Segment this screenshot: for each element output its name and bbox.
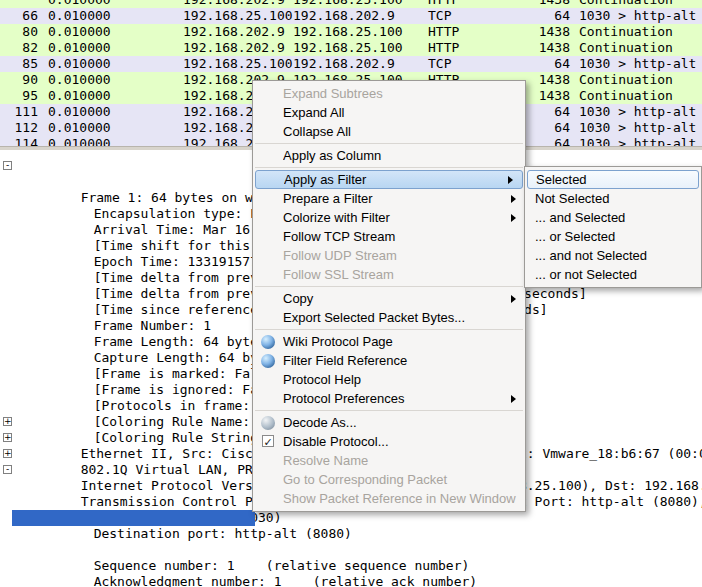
context-menu-item: Go to Corresponding Packet: [253, 470, 525, 489]
submenu-arrow-icon: [511, 214, 516, 222]
packet-time: 0.010000: [48, 0, 111, 8]
menu-item-label: Show Packet Reference in New Window: [283, 489, 519, 508]
context-menu-item: Follow UDP Stream: [253, 246, 525, 265]
menu-icon-slot: [259, 148, 283, 164]
packet-time: 0.010000: [48, 88, 111, 104]
tree-expander-icon[interactable]: -: [3, 161, 12, 170]
context-menu-item[interactable]: Decode As...: [253, 413, 525, 432]
menu-icon-slot: [259, 391, 283, 407]
menu-icon-slot: [259, 124, 283, 140]
menu-icon-slot: [259, 291, 283, 307]
packet-no: 112: [0, 120, 38, 136]
submenu-item[interactable]: ... or Selected: [525, 227, 701, 246]
context-menu-item[interactable]: Apply as Column: [253, 146, 525, 165]
checkbox-checked-icon: [259, 434, 283, 450]
packet-time: 0.010000: [48, 120, 111, 136]
submenu-arrow-icon: [511, 295, 516, 303]
menu-item-label: Protocol Help: [283, 370, 519, 389]
packet-length: 1438: [490, 40, 570, 56]
menu-item-label: Filter Field Reference: [283, 351, 519, 370]
menu-icon-slot: [260, 172, 284, 188]
menu-icon-slot: [259, 310, 283, 326]
packet-length: 1438: [490, 0, 570, 8]
menu-icon-slot: [259, 229, 283, 245]
packet-time: 0.010000: [48, 136, 111, 146]
menu-item-label: Go to Corresponding Packet: [283, 470, 519, 489]
packet-source: 192.168.25.100: [183, 8, 293, 24]
menu-item-label: Copy: [283, 289, 519, 308]
packet-row[interactable]: 0.010000 192.168.202.9 192.168.25.100 HT…: [0, 0, 702, 8]
packet-row[interactable]: 66 0.010000 192.168.25.100 192.168.202.9…: [0, 8, 702, 24]
packet-time: 0.010000: [48, 56, 111, 72]
detail-line[interactable]: Acknowledgment number: 1 (relative ack n…: [0, 542, 702, 558]
menu-item-label: Follow UDP Stream: [283, 246, 519, 265]
packet-info: Continuation: [579, 0, 702, 8]
submenu-item[interactable]: ... and not Selected: [525, 246, 701, 265]
tree-expander-icon[interactable]: +: [3, 433, 12, 442]
packet-row[interactable]: 85 0.010000 192.168.25.100 192.168.202.9…: [0, 56, 702, 72]
detail-line[interactable]: Sequence number: 1 (relative sequence nu…: [0, 526, 702, 542]
context-menu-item[interactable]: Copy: [253, 289, 525, 308]
detail-line[interactable]: [Stream index: 0]: [0, 510, 702, 526]
menu-icon-slot: [259, 491, 283, 507]
context-menu-item[interactable]: Colorize with Filter: [253, 208, 525, 227]
packet-info: Continuation: [579, 40, 702, 56]
packet-no: 66: [0, 8, 38, 24]
tree-expander-icon[interactable]: -: [3, 465, 12, 474]
packet-info: Continuation: [579, 24, 702, 40]
packet-time: 0.010000: [48, 72, 111, 88]
context-menu-item[interactable]: Collapse All: [253, 122, 525, 141]
tree-expander-icon[interactable]: +: [3, 449, 12, 458]
context-menu-item[interactable]: Export Selected Packet Bytes...: [253, 308, 525, 327]
submenu-arrow-icon: [511, 195, 516, 203]
packet-row[interactable]: 80 0.010000 192.168.202.9 192.168.25.100…: [0, 24, 702, 40]
packet-protocol: HTTP: [428, 0, 459, 8]
packet-time: 0.010000: [48, 104, 111, 120]
packet-protocol: TCP: [428, 56, 451, 72]
submenu-item[interactable]: Selected: [527, 170, 699, 189]
menu-icon-slot: [259, 472, 283, 488]
context-menu-item: Expand Subtrees: [253, 84, 525, 103]
tree-expander-icon[interactable]: +: [3, 417, 12, 426]
menu-item-label: Expand Subtrees: [283, 84, 519, 103]
packet-time: 0.010000: [48, 40, 111, 56]
packet-info: 1030 > http-alt [ACK] Seq=1 Ack=1 Win=64…: [579, 56, 702, 72]
menu-item-label: Apply as Column: [283, 146, 519, 165]
detail-line[interactable]: Header length: 20 bytes: [0, 558, 702, 574]
packet-info: Continuation: [579, 88, 702, 104]
packet-protocol: HTTP: [428, 40, 459, 56]
context-menu-item[interactable]: Wiki Protocol Page: [253, 332, 525, 351]
context-menu-item[interactable]: Apply as Filter: [255, 170, 523, 189]
packet-time: 0.010000: [48, 8, 111, 24]
context-menu-item[interactable]: Disable Protocol...: [253, 432, 525, 451]
submenu-item[interactable]: ... or not Selected: [525, 265, 701, 284]
packet-no: 95: [0, 88, 38, 104]
globe-icon: [259, 353, 283, 369]
packet-source: 192.168.202.9: [183, 0, 285, 8]
packet-no: [0, 0, 38, 8]
context-menu-item[interactable]: Filter Field Reference: [253, 351, 525, 370]
packet-protocol: HTTP: [428, 24, 459, 40]
menu-icon-slot: [259, 372, 283, 388]
context-menu-item[interactable]: Protocol Preferences: [253, 389, 525, 408]
packet-row[interactable]: 82 0.010000 192.168.202.9 192.168.25.100…: [0, 40, 702, 56]
packet-source: 192.168.202.9: [183, 24, 285, 40]
submenu-item[interactable]: Not Selected: [525, 189, 701, 208]
packet-destination: 192.168.25.100: [293, 0, 403, 8]
context-menu-item[interactable]: Prepare a Filter: [253, 189, 525, 208]
context-menu-item: Resolve Name: [253, 451, 525, 470]
submenu-item[interactable]: ... and Selected: [525, 208, 701, 227]
packet-info: Continuation: [579, 72, 702, 88]
packet-destination: 192.168.202.9: [293, 8, 395, 24]
menu-icon-slot: [259, 105, 283, 121]
context-menu-item[interactable]: Protocol Help: [253, 370, 525, 389]
packet-length: 1438: [490, 24, 570, 40]
packet-no: 85: [0, 56, 38, 72]
packet-destination: 192.168.25.100: [293, 24, 403, 40]
context-menu-item[interactable]: Expand All: [253, 103, 525, 122]
menu-item-label: Disable Protocol...: [283, 432, 519, 451]
packet-destination: 192.168.202.9: [293, 56, 395, 72]
context-menu-item[interactable]: Follow TCP Stream: [253, 227, 525, 246]
packet-time: 0.010000: [48, 24, 111, 40]
menu-item-label: Decode As...: [283, 413, 519, 432]
